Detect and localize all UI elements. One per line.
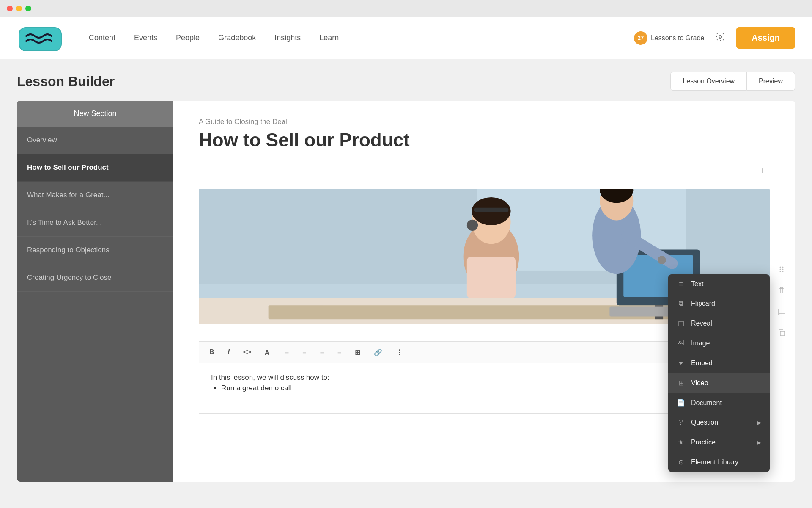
titlebar <box>0 0 812 17</box>
ordered-list-button[interactable]: ≡ <box>299 347 310 358</box>
svg-point-22 <box>780 267 781 268</box>
dropdown-text-label: Text <box>691 280 703 288</box>
text-icon: ≡ <box>677 280 685 288</box>
maximize-dot[interactable] <box>25 6 31 11</box>
flipcard-icon: ⧉ <box>677 300 685 307</box>
dropdown-element-library-label: Element Library <box>691 458 738 466</box>
dropdown-question-label: Question <box>691 419 718 426</box>
dropdown-text[interactable]: ≡ Text <box>668 274 770 294</box>
drag-handle-icon[interactable] <box>774 262 789 277</box>
font-size-button[interactable]: A- <box>261 346 275 359</box>
svg-rect-0 <box>19 28 61 51</box>
minimize-dot[interactable] <box>16 6 22 11</box>
divider-row: + <box>199 163 770 179</box>
main-layout: New Section Overview How to Sell our Pro… <box>17 101 795 482</box>
right-icons <box>774 262 789 340</box>
divider-line <box>199 171 751 171</box>
dropdown-document[interactable]: 📄 Document <box>668 393 770 413</box>
close-dot[interactable] <box>7 6 13 11</box>
copy-icon[interactable] <box>774 325 789 340</box>
nav-insights[interactable]: Insights <box>274 33 301 42</box>
lessons-label: Lessons to Grade <box>651 34 704 42</box>
svg-point-1 <box>719 36 721 38</box>
align-right-button[interactable]: ≡ <box>334 347 345 358</box>
dropdown-flipcard-label: Flipcard <box>691 300 715 307</box>
svg-point-26 <box>780 271 781 272</box>
link-button[interactable]: 🔗 <box>370 347 386 358</box>
svg-point-21 <box>658 256 666 264</box>
lessons-badge[interactable]: 27 Lessons to Grade <box>634 31 704 45</box>
svg-rect-28 <box>781 287 783 289</box>
lessons-count: 27 <box>634 31 647 45</box>
sidebar-item-creating-urgency[interactable]: Creating Urgency to Close <box>17 264 173 292</box>
comment-icon[interactable] <box>774 304 789 319</box>
svg-point-27 <box>782 271 784 272</box>
nav-content[interactable]: Content <box>89 33 115 42</box>
svg-point-31 <box>679 341 680 342</box>
lesson-subtitle: A Guide to Closing the Deal <box>199 118 770 126</box>
dropdown-video-label: Video <box>691 379 708 387</box>
question-icon: ? <box>677 419 685 426</box>
practice-icon: ★ <box>677 438 685 446</box>
lesson-overview-button[interactable]: Lesson Overview <box>670 72 747 91</box>
element-library-icon: ⊙ <box>677 458 685 466</box>
dropdown-reveal-label: Reveal <box>691 320 712 327</box>
navbar: Content Events People Gradebook Insights… <box>0 17 812 59</box>
page-actions: Lesson Overview Preview <box>670 72 795 91</box>
svg-rect-16 <box>467 257 516 298</box>
reveal-icon: ◫ <box>677 319 685 327</box>
document-icon: 📄 <box>677 399 685 407</box>
code-button[interactable]: <> <box>240 347 255 358</box>
new-section-button[interactable]: New Section <box>17 101 173 127</box>
dropdown-question[interactable]: ? Question ▶ <box>668 413 770 432</box>
unordered-list-button[interactable]: ≡ <box>282 347 292 358</box>
svg-rect-14 <box>474 208 508 212</box>
lesson-title: How to Sell our Product <box>199 130 770 151</box>
content-area: A Guide to Closing the Deal How to Sell … <box>173 101 795 482</box>
dropdown-practice[interactable]: ★ Practice ▶ <box>668 432 770 452</box>
nav-people[interactable]: People <box>176 33 200 42</box>
dropdown-embed-label: Embed <box>691 359 713 367</box>
dropdown-image-label: Image <box>691 340 710 347</box>
dropdown-document-label: Document <box>691 399 722 407</box>
dropdown-video[interactable]: ⊞ Video <box>668 373 770 393</box>
svg-point-25 <box>782 269 784 270</box>
bold-button[interactable]: B <box>206 347 218 358</box>
sidebar-item-how-to-sell[interactable]: How to Sell our Product <box>17 154 173 182</box>
page-title: Lesson Builder <box>17 74 115 89</box>
dropdown-image[interactable]: Image <box>668 333 770 353</box>
preview-button[interactable]: Preview <box>747 72 795 91</box>
more-button[interactable]: ⋮ <box>392 347 406 358</box>
nav-events[interactable]: Events <box>134 33 157 42</box>
svg-point-23 <box>782 267 784 268</box>
dropdown-element-library[interactable]: ⊙ Element Library <box>668 452 770 472</box>
svg-rect-29 <box>780 331 785 336</box>
dropdown-reveal[interactable]: ◫ Reveal <box>668 313 770 333</box>
sidebar-item-overview[interactable]: Overview <box>17 127 173 154</box>
image-icon <box>677 339 685 348</box>
dropdown-menu: ≡ Text ⧉ Flipcard ◫ Reveal Image <box>668 274 770 472</box>
table-button[interactable]: ⊞ <box>351 347 364 358</box>
italic-button[interactable]: I <box>225 347 233 358</box>
assign-button[interactable]: Assign <box>736 27 795 49</box>
sidebar-item-responding[interactable]: Responding to Objections <box>17 237 173 264</box>
question-arrow: ▶ <box>757 419 761 426</box>
add-block-button[interactable]: + <box>754 163 770 179</box>
align-left-button[interactable]: ≡ <box>316 347 327 358</box>
nav-links: Content Events People Gradebook Insights… <box>89 33 634 42</box>
settings-button[interactable] <box>713 30 728 46</box>
delete-icon[interactable] <box>774 283 789 298</box>
nav-gradebook[interactable]: Gradebook <box>218 33 256 42</box>
svg-point-24 <box>780 269 781 270</box>
dropdown-practice-label: Practice <box>691 439 716 446</box>
dropdown-flipcard[interactable]: ⧉ Flipcard <box>668 294 770 313</box>
sidebar-item-what-makes[interactable]: What Makes for a Great... <box>17 182 173 209</box>
embed-icon: ♥ <box>677 359 685 367</box>
sidebar-item-ask-better[interactable]: It's Time to Ask Better... <box>17 209 173 237</box>
page-title-row: Lesson Builder Lesson Overview Preview <box>17 72 795 91</box>
nav-learn[interactable]: Learn <box>319 33 339 42</box>
video-icon: ⊞ <box>677 379 685 387</box>
practice-arrow: ▶ <box>757 439 761 446</box>
dropdown-embed[interactable]: ♥ Embed <box>668 353 770 373</box>
logo[interactable] <box>17 23 63 53</box>
